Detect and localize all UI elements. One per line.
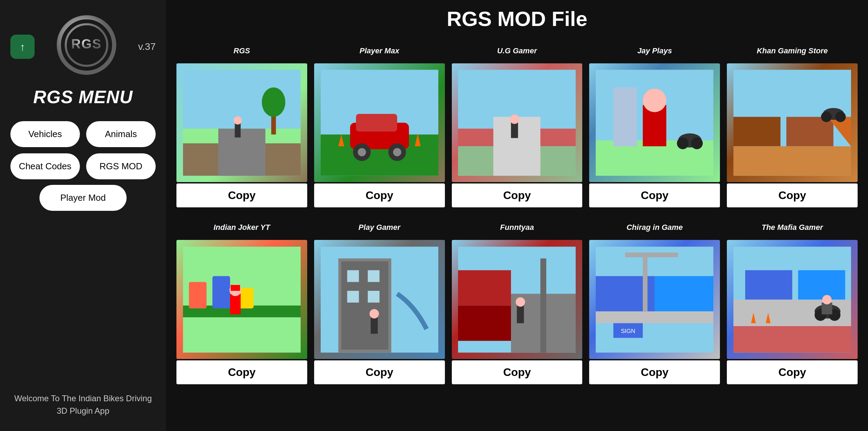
copy-button-jayplays[interactable]: Copy [589,183,720,207]
main-content: RGS MOD File RGS [166,0,868,431]
copy-button-rgs[interactable]: Copy [176,183,307,207]
animals-button[interactable]: Animals [86,121,156,147]
svg-rect-49 [189,282,207,308]
mod-image-joker [176,240,307,359]
mod-card-mafia: The Mafia Gamer [727,218,858,384]
svg-point-21 [358,148,366,156]
version-label: v.37 [138,41,156,52]
svg-rect-54 [231,285,240,291]
svg-point-63 [369,309,379,318]
mod-label-funntyaa: Funntyaa [500,218,534,237]
svg-rect-74 [596,311,713,323]
svg-point-88 [822,295,832,304]
copy-button-chirag[interactable]: Copy [589,360,720,384]
svg-rect-76 [625,252,678,257]
mod-image-mafia [727,240,858,359]
mod-label-chirag: Chirag in Game [627,218,683,237]
mod-label-jayplays: Jay Plays [637,41,672,61]
vehicles-button[interactable]: Vehicles [10,121,80,147]
svg-rect-29 [511,122,518,138]
svg-rect-50 [212,276,230,308]
mod-image-funntyaa [452,240,583,359]
mod-image-chirag: SIGN [589,240,720,359]
mod-image-ug [452,63,583,182]
mod-label-mafia: The Mafia Gamer [761,218,823,237]
copy-button-funntyaa[interactable]: Copy [452,360,583,384]
svg-point-14 [234,116,242,125]
svg-rect-66 [458,305,511,341]
mod-image-jayplays [589,63,720,182]
svg-rect-73 [655,276,713,311]
copy-button-mafia[interactable]: Copy [727,360,858,384]
copy-button-ug[interactable]: Copy [452,183,583,207]
nav-buttons: Vehicles Animals Cheat Codes RGS MOD [10,121,156,179]
svg-point-12 [262,88,285,117]
mod-label-khan: Khan Gaming Store [757,41,828,61]
copy-button-joker[interactable]: Copy [176,360,307,384]
rgs-logo: RGS [52,10,121,80]
svg-rect-61 [368,291,380,303]
svg-rect-60 [347,291,359,303]
mod-image-playermax [314,63,445,182]
svg-text:RGS: RGS [71,37,101,51]
copy-button-playermax[interactable]: Copy [314,183,445,207]
menu-title: RGS MENU [33,87,133,107]
mod-card-rgs: RGS [176,41,307,207]
svg-point-37 [677,137,689,149]
svg-text:SIGN: SIGN [621,328,636,334]
mod-card-chirag: Chirag in Game SIG [589,218,720,384]
mod-card-ug: U.G Gamer Copy [452,41,583,207]
svg-rect-33 [613,88,637,146]
mod-label-playgamer: Play Gamer [358,218,400,237]
svg-rect-52 [230,294,241,314]
svg-rect-80 [745,270,792,299]
mod-card-joker: Indian Joker YT [176,218,307,384]
svg-rect-40 [733,117,780,146]
svg-point-22 [393,148,401,156]
svg-point-45 [821,111,832,122]
mod-card-playermax: Player Max [314,41,445,207]
svg-point-46 [835,111,846,122]
mod-grid-row2: Indian Joker YT [176,218,858,384]
svg-rect-10 [218,129,265,176]
mod-label-ug: U.G Gamer [497,41,537,61]
svg-rect-58 [347,270,359,282]
svg-point-35 [643,89,666,112]
svg-point-30 [510,115,519,124]
svg-rect-82 [733,323,851,352]
player-mod-button[interactable]: Player Mod [39,185,127,211]
welcome-text: Welcome To The Indian Bikes Driving 3D P… [10,392,156,417]
svg-rect-81 [798,270,845,299]
svg-rect-69 [517,305,524,323]
sidebar: ↑ RGS [0,0,166,431]
svg-rect-65 [458,270,511,305]
mod-label-playermax: Player Max [359,41,399,61]
mod-card-khan: Khan Gaming Store [727,41,858,207]
svg-rect-13 [235,123,240,138]
svg-rect-42 [733,146,851,176]
svg-point-38 [691,137,703,149]
svg-rect-59 [368,270,380,282]
svg-rect-75 [643,252,648,311]
rgs-mod-button[interactable]: RGS MOD [86,153,156,179]
mod-card-jayplays: Jay Plays [589,41,720,207]
sidebar-top: ↑ RGS [10,10,156,83]
mod-image-khan [727,63,858,182]
svg-text:↑: ↑ [20,41,25,53]
svg-rect-18 [356,114,397,132]
app-icon: ↑ [10,35,35,59]
page-title: RGS MOD File [176,7,858,31]
svg-rect-62 [371,317,377,334]
copy-button-playgamer[interactable]: Copy [314,360,445,384]
mod-grid-row1: RGS [176,41,858,207]
svg-point-70 [516,297,525,306]
mod-card-playgamer: Play Gamer [314,218,445,384]
mod-image-rgs [176,63,307,182]
copy-button-khan[interactable]: Copy [727,183,858,207]
mod-label-joker: Indian Joker YT [213,218,270,237]
svg-rect-68 [540,258,546,352]
mod-card-funntyaa: Funntyaa [452,218,583,384]
mod-label-rgs: RGS [234,41,250,61]
cheat-codes-button[interactable]: Cheat Codes [10,153,80,179]
mod-image-playgamer [314,240,445,359]
